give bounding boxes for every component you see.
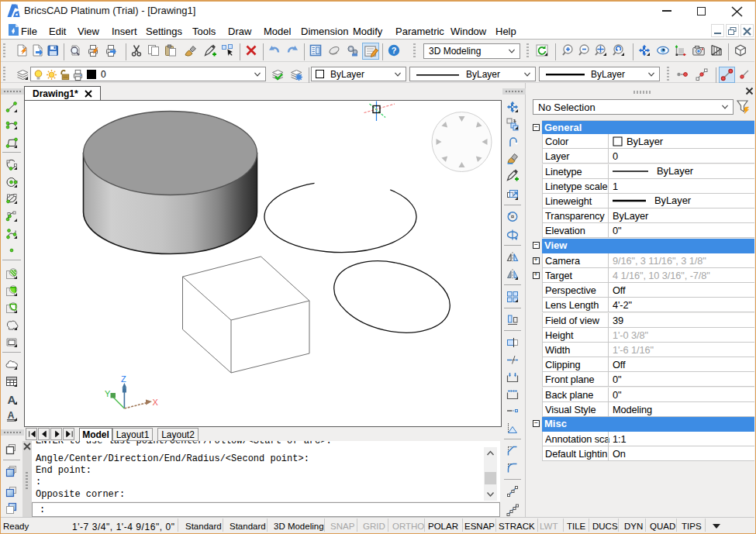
svg-text:A: A (8, 393, 16, 406)
svg-text:ByLayer: ByLayer (654, 195, 692, 206)
svg-text:ByLayer: ByLayer (657, 165, 694, 177)
svg-text:ByLayer: ByLayer (627, 136, 664, 147)
svg-text:A: A (8, 410, 15, 421)
svg-text:X: X (153, 398, 159, 407)
svg-text:Y: Y (105, 389, 111, 398)
svg-text:?: ? (392, 46, 397, 55)
svg-text:Z: Z (121, 374, 126, 384)
